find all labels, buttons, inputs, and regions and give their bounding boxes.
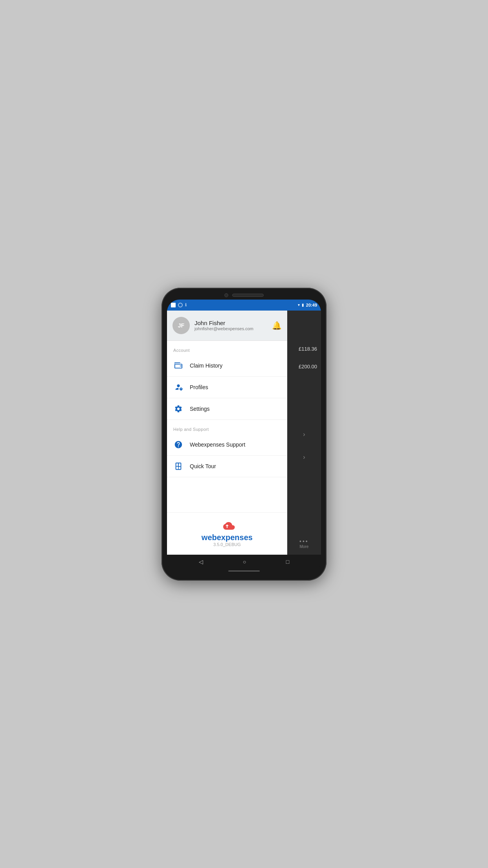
nav-back-button[interactable]: ◁ — [195, 557, 207, 566]
drawer-footer: webexpenses 3.5.0_DEBUG — [167, 512, 287, 555]
gear-icon — [174, 405, 183, 413]
notifications-bell-icon[interactable]: 🔔 — [272, 321, 282, 330]
phone-screen: ℹ ▾ ▮ 20:49 JF John Fisher — [167, 300, 321, 574]
battery-icon: ▮ — [302, 303, 304, 307]
help-section-label: Help and Support — [167, 424, 287, 434]
home-bar — [228, 570, 260, 572]
wallet-icon — [174, 361, 183, 370]
claim-history-label: Claim History — [190, 362, 222, 369]
brand-text: webexpenses — [171, 533, 283, 542]
status-icon-square — [171, 303, 176, 307]
bg-arrow-2[interactable]: › — [303, 454, 305, 461]
settings-icon — [173, 404, 183, 414]
profile-info: JF John Fisher johnfisher@webexpenses.co… — [172, 317, 253, 334]
nav-recent-button[interactable]: □ — [282, 557, 293, 566]
webexpenses-support-item[interactable]: Webexpenses Support — [167, 434, 287, 456]
status-left: ℹ — [171, 303, 187, 307]
bg-amount-1: £118.36 — [291, 346, 317, 352]
settings-label: Settings — [190, 406, 210, 412]
support-icon — [173, 440, 183, 450]
status-info-icon: ℹ — [185, 303, 187, 307]
more-dots: ••• — [287, 538, 321, 544]
wifi-icon: ▾ — [298, 303, 300, 307]
book-icon — [174, 462, 183, 471]
phone-device: ℹ ▾ ▮ 20:49 JF John Fisher — [161, 288, 327, 581]
bg-amount-2: £200.00 — [291, 364, 317, 370]
quick-tour-item[interactable]: Quick Tour — [167, 456, 287, 477]
logo-cloud-icon — [171, 520, 283, 531]
webexpenses-support-label: Webexpenses Support — [190, 441, 245, 448]
profile-text: John Fisher johnfisher@webexpenses.com — [194, 320, 253, 331]
nav-home-button[interactable]: ○ — [239, 557, 250, 566]
bg-more: ••• More — [287, 538, 321, 555]
bg-arrows: › › — [287, 431, 321, 480]
background-panel: £118.36 £200.00 › › ••• More — [287, 311, 321, 555]
cloud-upload-icon — [218, 520, 236, 531]
status-icon-circle — [178, 303, 183, 307]
profiles-label: Profiles — [190, 384, 208, 390]
bg-arrow-1[interactable]: › — [303, 431, 305, 438]
status-time: 20:49 — [306, 303, 317, 307]
phone-notch — [224, 293, 264, 297]
claim-history-item[interactable]: Claim History — [167, 355, 287, 377]
quick-tour-label: Quick Tour — [190, 463, 216, 469]
account-section: Account Claim History — [167, 341, 287, 420]
person-gear-icon — [174, 383, 183, 392]
screen-content: JF John Fisher johnfisher@webexpenses.co… — [167, 311, 321, 555]
camera — [224, 293, 228, 297]
question-circle-icon — [174, 440, 183, 449]
status-bar: ℹ ▾ ▮ 20:49 — [167, 300, 321, 311]
profile-name: John Fisher — [194, 320, 253, 326]
speaker — [232, 294, 264, 297]
settings-item[interactable]: Settings — [167, 398, 287, 420]
nav-bar: ◁ ○ □ — [167, 555, 321, 569]
bg-amounts: £118.36 £200.00 — [287, 311, 321, 373]
account-section-label: Account — [167, 345, 287, 355]
claim-history-icon — [173, 360, 183, 371]
side-drawer: JF John Fisher johnfisher@webexpenses.co… — [167, 311, 287, 555]
drawer-header: JF John Fisher johnfisher@webexpenses.co… — [167, 311, 287, 341]
version-text: 3.5.0_DEBUG — [171, 542, 283, 547]
profiles-icon — [173, 382, 183, 392]
profile-email: johnfisher@webexpenses.com — [194, 326, 253, 331]
home-indicator — [167, 569, 321, 574]
profiles-item[interactable]: Profiles — [167, 377, 287, 398]
status-right: ▾ ▮ 20:49 — [298, 303, 317, 307]
quick-tour-icon — [173, 461, 183, 471]
avatar: JF — [172, 317, 190, 334]
help-section: Help and Support Webexpenses Support — [167, 420, 287, 477]
more-label: More — [287, 544, 321, 549]
